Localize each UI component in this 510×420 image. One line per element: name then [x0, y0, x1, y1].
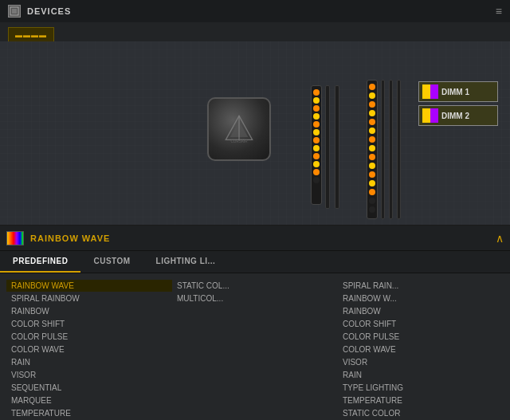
effect-static-color[interactable]: STATIC COL...	[172, 280, 338, 292]
effect-spiral-rain[interactable]: SPIRAL RAIN...	[338, 280, 504, 292]
led-dot	[369, 180, 375, 186]
led-dot	[369, 92, 375, 99]
effect-temperature[interactable]: TEMPERATURE	[6, 407, 172, 419]
effect-color-shift[interactable]: COLOR SHIFT	[6, 318, 172, 330]
page-title: DEVICES	[27, 6, 71, 16]
menu-icon[interactable]: ≡	[496, 5, 502, 18]
effect-sequential[interactable]: SEQUENTIAL	[6, 382, 172, 394]
effect-color-pulse[interactable]: COLOR PULSE	[6, 331, 172, 343]
tab-predefined[interactable]: PREDEFINED	[0, 251, 80, 273]
effect-rain-ll[interactable]: RAIN	[338, 369, 504, 381]
led-dot	[369, 145, 375, 151]
chevron-up-icon[interactable]: ∧	[496, 232, 504, 245]
tabs-row: PREDEFINED CUSTOM LIGHTING LI...	[0, 251, 510, 273]
effect-type-lighting[interactable]: TYPE LIGHTING	[338, 382, 504, 394]
effect-color-preview	[6, 231, 24, 245]
custom-column: STATIC COL... MULTICOL...	[172, 280, 338, 420]
effect-spiral-rainbow[interactable]: SPIRAL RAINBOW	[6, 292, 172, 304]
svg-text:CORSAIR: CORSAIR	[230, 139, 248, 143]
effect-static-color-ll[interactable]: STATIC COLOR	[338, 407, 504, 419]
led-dot	[369, 110, 375, 116]
effect-color-shift-ll[interactable]: COLOR SHIFT	[338, 318, 504, 330]
led-dot	[313, 113, 320, 120]
led-strip-2	[367, 80, 378, 219]
led-dot	[313, 105, 320, 112]
effect-rainbow-w[interactable]: RAINBOW W...	[338, 292, 504, 304]
predefined-column: RAINBOW WAVE SPIRAL RAINBOW RAINBOW COLO…	[6, 280, 172, 420]
bottom-panel: RAINBOW WAVE ∧ PREDEFINED CUSTOM LIGHTIN…	[0, 225, 510, 420]
led-dot	[369, 119, 375, 125]
led-dot	[313, 129, 320, 135]
dimm-container: DIMM 1 DIMM 2	[418, 81, 498, 126]
dimm-slot-2[interactable]: DIMM 2	[418, 105, 498, 126]
device-tab-bar: ▬▬▬▬	[0, 22, 510, 41]
led-dot	[369, 136, 375, 143]
led-dot	[369, 84, 375, 90]
led-dot	[369, 101, 375, 108]
effect-color-pulse-ll[interactable]: COLOR PULSE	[338, 331, 504, 343]
effects-content: RAINBOW WAVE SPIRAL RAINBOW RAINBOW COLO…	[0, 273, 510, 420]
led-dot	[369, 189, 375, 195]
led-dot	[369, 154, 375, 160]
led-dot	[313, 121, 320, 128]
effect-color-wave[interactable]: COLOR WAVE	[6, 343, 172, 355]
led-dot	[313, 145, 320, 151]
device-tab-label: ▬▬▬▬	[15, 31, 47, 39]
led-dot	[313, 97, 320, 104]
effect-rainbow-wave[interactable]: RAINBOW WAVE	[6, 280, 172, 292]
lighting-column: SPIRAL RAIN... RAINBOW W... RAINBOW COLO…	[338, 280, 504, 420]
svg-rect-1	[12, 9, 17, 14]
title-bar-left: DEVICES	[8, 5, 71, 18]
dimm-color-2	[422, 108, 438, 123]
led-dot	[313, 169, 320, 175]
effect-temperature-ll[interactable]: TEMPERATURE	[338, 394, 504, 406]
led-dot	[369, 206, 375, 213]
effect-name: RAINBOW WAVE	[30, 234, 489, 243]
led-dot	[369, 128, 375, 134]
app-icon	[8, 5, 21, 18]
led-dot	[313, 177, 320, 183]
effect-color-wave-ll[interactable]: COLOR WAVE	[338, 343, 504, 355]
corsair-logo: CORSAIR	[223, 113, 255, 145]
dimm-label-2: DIMM 2	[441, 112, 469, 120]
connector-area	[325, 85, 339, 209]
effect-visor-ll[interactable]: VISOR	[338, 356, 504, 368]
effect-rainbow-ll[interactable]: RAINBOW	[338, 305, 504, 317]
dimm-color-1	[422, 84, 438, 99]
led-dot	[313, 89, 320, 96]
led-dot	[313, 137, 320, 143]
effect-visor[interactable]: VISOR	[6, 369, 172, 381]
title-bar: DEVICES ≡	[0, 0, 510, 22]
led-dot	[369, 171, 375, 178]
effect-rain[interactable]: RAIN	[6, 356, 172, 368]
effect-marquee[interactable]: MARQUEE	[6, 394, 172, 406]
led-dot	[313, 153, 320, 159]
dimm-slot-1[interactable]: DIMM 1	[418, 81, 498, 102]
device-hub: CORSAIR	[207, 97, 271, 161]
effect-selector[interactable]: RAINBOW WAVE ∧	[0, 226, 510, 251]
dimm-label-1: DIMM 1	[441, 88, 469, 96]
connector-area-2	[381, 80, 401, 219]
tab-custom[interactable]: CUSTOM	[80, 251, 143, 273]
led-dot	[313, 161, 320, 167]
effect-multicolor[interactable]: MULTICOL...	[172, 292, 338, 304]
effect-rainbow[interactable]: RAINBOW	[6, 305, 172, 317]
led-dot	[369, 163, 375, 169]
tab-lighting[interactable]: LIGHTING LI...	[143, 251, 229, 273]
led-strip-1	[311, 85, 322, 205]
led-dot	[369, 198, 375, 204]
device-tab[interactable]: ▬▬▬▬	[8, 27, 54, 41]
preview-area: CORSAIR	[0, 41, 510, 225]
